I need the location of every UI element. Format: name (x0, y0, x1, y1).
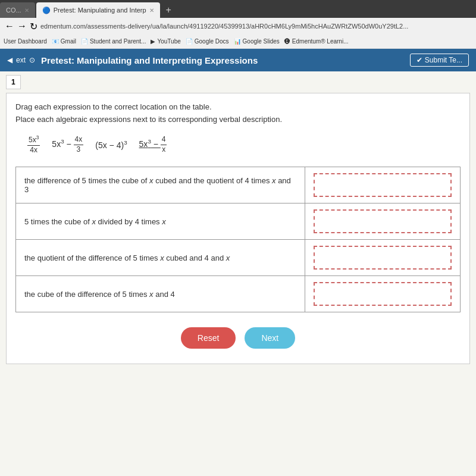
description-cell-2: 5 times the cube of x divided by 4 times… (16, 203, 305, 240)
drop-zone-4[interactable] (314, 282, 452, 306)
bookmark-youtube[interactable]: ▶ YouTube (151, 38, 180, 45)
tab-favicon: 🔵 (42, 7, 51, 14)
tab-close-active-icon[interactable]: ✕ (149, 7, 154, 14)
browser-chrome: CO... ✕ 🔵 Pretest: Manipulating and Inte… (0, 0, 476, 49)
tab-inactive[interactable]: CO... ✕ (0, 2, 35, 18)
description-cell-3: the quotient of the difference of 5 time… (16, 240, 305, 276)
page-title: Pretest: Manipulating and Interpreting E… (41, 55, 404, 65)
expression-chip-2[interactable]: 5x3 − 4x 3 (52, 135, 83, 154)
drop-cell-4[interactable] (305, 276, 460, 312)
checkmark-icon: ✔ (416, 56, 422, 64)
tab-active[interactable]: 🔵 Pretest: Manipulating and Interp ✕ (36, 2, 160, 18)
bookmark-dashboard[interactable]: User Dashboard (4, 38, 47, 45)
expressions-row: 5x3 4x 5x3 − 4x 3 (5x − 4)3 5x3 − 4 x (27, 134, 461, 155)
main-content: 1 Drag each expression to the correct lo… (0, 71, 476, 476)
expression-chip-1[interactable]: 5x3 4x (27, 134, 40, 155)
expression-chip-4[interactable]: 5x3 − 4 x (139, 135, 167, 154)
instruction-1: Drag each expression to the correct loca… (15, 102, 461, 111)
back-icon[interactable]: ← (5, 21, 14, 32)
bookmark-gslides[interactable]: 📊 Google Slides (234, 38, 280, 45)
question-number: 1 (6, 75, 21, 89)
submit-button[interactable]: ✔ Submit Te... (410, 54, 469, 67)
tab-label: CO... (6, 7, 21, 14)
drop-zone-3[interactable] (314, 246, 452, 270)
table-row: the quotient of the difference of 5 time… (16, 240, 461, 276)
url-text[interactable]: edmentum.com/assessments-delivery/ua/la/… (40, 23, 471, 30)
bookmark-edmentum[interactable]: 🅔 Edmentum® Learni... (284, 38, 349, 45)
description-cell-1: the difference of 5 times the cube of x … (16, 167, 305, 203)
next-button[interactable]: Next (245, 327, 295, 349)
app-header: ◀ ext ⊙ Pretest: Manipulating and Interp… (0, 49, 476, 71)
tab-bar: CO... ✕ 🔵 Pretest: Manipulating and Inte… (0, 0, 476, 18)
drop-zone-1[interactable] (314, 173, 452, 197)
content-area: Drag each expression to the correct loca… (6, 93, 470, 364)
fraction-5x3-4x: 5x3 4x (27, 134, 40, 155)
drop-zone-2[interactable] (314, 209, 452, 233)
tab-label-active: Pretest: Manipulating and Interp (54, 7, 146, 14)
drop-cell-2[interactable] (305, 203, 460, 240)
forward-icon[interactable]: → (17, 21, 27, 32)
new-tab-button[interactable]: + (161, 5, 176, 15)
button-row: Reset Next (15, 327, 461, 355)
instruction-2: Place each algebraic expressions next to… (15, 115, 461, 124)
reset-button[interactable]: Reset (181, 327, 236, 349)
tab-close-icon[interactable]: ✕ (24, 7, 29, 14)
bookmark-gmail[interactable]: 📧 Gmail (52, 38, 76, 45)
table-row: the difference of 5 times the cube of x … (16, 167, 461, 203)
refresh-icon[interactable]: ↻ (30, 21, 37, 32)
drop-cell-3[interactable] (305, 240, 460, 276)
bookmarks-bar: User Dashboard 📧 Gmail 📄 Student and Par… (0, 35, 476, 49)
bookmark-student[interactable]: 📄 Student and Parent... (81, 38, 146, 45)
nav-circle-icon[interactable]: ⊙ (29, 56, 35, 64)
nav-back-label: ext (16, 56, 26, 64)
bookmark-gdocs[interactable]: 📄 Google Docs (186, 38, 229, 45)
question-number-badge: 1 (0, 71, 476, 93)
description-cell-4: the cube of the difference of 5 times x … (16, 276, 305, 312)
matching-table: the difference of 5 times the cube of x … (15, 167, 461, 312)
app-nav-left: ◀ ext ⊙ (7, 56, 35, 64)
url-bar: ← → ↻ edmentum.com/assessments-delivery/… (0, 18, 476, 35)
submit-label: Submit Te... (425, 56, 462, 64)
back-arrow-icon[interactable]: ◀ (7, 56, 12, 64)
table-row: 5 times the cube of x divided by 4 times… (16, 203, 461, 240)
table-row: the cube of the difference of 5 times x … (16, 276, 461, 312)
expression-chip-3[interactable]: (5x − 4)3 (95, 139, 127, 150)
drop-cell-1[interactable] (305, 167, 460, 203)
